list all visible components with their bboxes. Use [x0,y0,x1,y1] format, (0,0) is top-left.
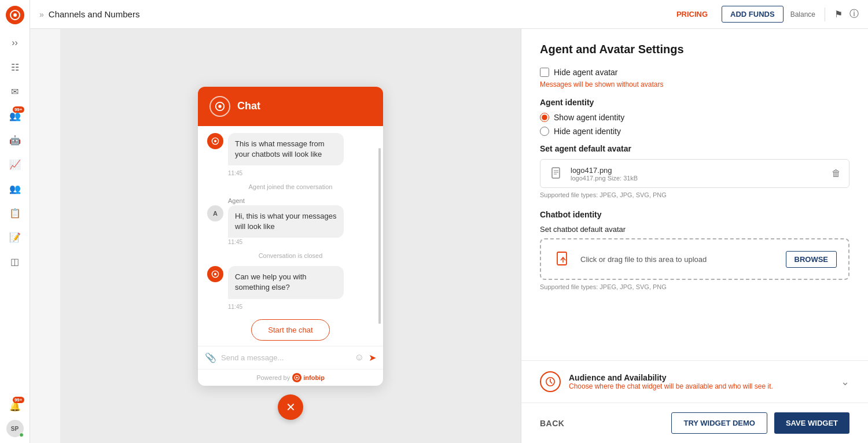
svg-rect-10 [552,168,560,178]
msg-time-1: 11:45 [228,170,374,176]
chat-header: Chat [198,87,383,126]
upload-file-icon [553,249,573,270]
sidebar-item-bots[interactable]: 🤖 [5,130,25,150]
sidebar-item-settings[interactable]: ◫ [5,251,25,272]
hide-avatar-label[interactable]: Hide agent avatar [554,68,618,77]
audience-text: Audience and Availability Choose where t… [569,373,833,390]
chatbot-identity-label: Chatbot identity [540,210,849,219]
bot-avatar [207,133,223,149]
svg-point-3 [218,105,221,108]
topnav-actions: PRICING ADD FUNDS Balance ⚑ ⓘ [670,6,859,23]
nav-divider [825,8,825,21]
sidebar-item-analytics[interactable]: 📈 [5,154,25,175]
bot-cta-message: Can we help you with something else? [207,266,374,298]
show-identity-label[interactable]: Show agent identity [554,113,624,122]
chat-footer: Powered by infobip [198,369,383,386]
back-button[interactable]: BACK [540,419,564,428]
agent-avatar-box: logo417.png logo417.png Size: 31kB 🗑 [540,159,849,188]
agent-row: A Hi, this is what your messages will lo… [207,205,374,238]
agent-identity-label: Agent identity [540,98,849,107]
user-avatar[interactable]: SP [6,420,24,437]
start-chat-button[interactable]: Start the chat [251,319,329,341]
sidebar-item-expand[interactable]: ›› [5,32,25,53]
svg-point-1 [13,13,17,17]
chat-title: Chat [237,100,260,112]
save-widget-button[interactable]: SAVE WIDGET [774,412,849,434]
logo-button[interactable] [6,6,24,24]
balance-label: Balance [790,10,815,19]
scroll-bar [378,148,381,324]
sidebar-item-team[interactable]: 👥 [5,178,25,199]
sidebar-item-dashboard[interactable]: ☷ [5,57,25,77]
message-input[interactable]: Send a message... [221,353,350,362]
svg-point-9 [296,376,298,378]
hide-avatar-checkbox[interactable] [540,68,549,77]
main-content: Chat This is what message from your chat… [60,29,868,443]
agent-avatar-section-label: Set agent default avatar [540,144,849,153]
browse-button[interactable]: BROWSE [786,251,837,268]
chatbot-upload-box[interactable]: Click or drag file to this area to uploa… [540,238,849,280]
show-identity-radio[interactable] [540,113,549,122]
supported-types-1: Supported file types: JPEG, JPG, SVG, PN… [540,191,849,198]
online-indicator [19,433,24,437]
show-identity-row: Show agent identity [540,113,849,122]
delete-file-button[interactable]: 🗑 [832,168,841,179]
chevron-down-icon: ⌄ [841,375,849,388]
audience-section[interactable]: Audience and Availability Choose where t… [521,360,868,403]
attachment-icon[interactable]: 📎 [205,352,216,363]
breadcrumb-chevron[interactable]: » [39,10,44,19]
chat-header-icon [209,96,230,117]
file-doc-icon [549,165,565,182]
upload-text: Click or drag file to this area to uploa… [580,255,779,264]
system-msg-1: Agent joined the conversation [207,183,374,190]
clock-icon [540,371,561,392]
audience-desc: Choose where the chat widget will be ava… [569,382,833,390]
sidebar-item-contacts[interactable]: 👥 99+ [5,105,25,126]
try-demo-button[interactable]: TRY WIDGET DEMO [671,412,767,434]
file-info: logo417.png logo417.png Size: 31kB [549,165,638,182]
infobip-logo: infobip [292,373,325,382]
send-icon[interactable]: ➤ [369,352,376,363]
infobip-dot-icon [292,373,301,382]
help-icon[interactable]: ⓘ [849,8,859,20]
svg-point-5 [214,139,216,142]
sidebar-item-notifications[interactable]: 🔔 99+ [5,396,25,416]
hide-identity-label[interactable]: Hide agent identity [554,127,621,136]
msg-time-2: 11:45 [228,239,374,245]
chat-messages: This is what message from your chatbots … [198,126,383,346]
bot-message-1: This is what message from your chatbots … [207,133,374,165]
supported-types-2: Supported file types: JPEG, JPG, SVG, PN… [540,283,849,290]
agent-message-1: Agent A Hi, this is what your messages w… [207,197,374,245]
msg-time-3: 11:45 [228,304,374,310]
pricing-button[interactable]: PRICING [670,6,715,22]
agent-bubble-1: Hi, this is what your messages will look… [228,205,344,238]
emoji-icon[interactable]: ☺ [355,352,364,363]
hide-identity-row: Hide agent identity [540,127,849,136]
page-title: Channels and Numbers [49,9,670,19]
agent-avatar: A [207,205,223,221]
flag-icon[interactable]: ⚑ [834,9,843,20]
sidebar-item-inbox[interactable]: ✉ [5,81,25,102]
settings-footer: BACK TRY WIDGET DEMO SAVE WIDGET [521,403,868,443]
bot-cta-bubble: Can we help you with something else? [228,266,344,298]
svg-point-7 [214,273,216,275]
preview-area: Chat This is what message from your chat… [60,29,521,443]
agent-label: Agent [228,197,374,204]
chat-widget: Chat This is what message from your chat… [198,87,383,386]
footer-actions: TRY WIDGET DEMO SAVE WIDGET [671,412,849,434]
close-chat-button[interactable]: ✕ [278,394,303,420]
sidebar: ›› ☷ ✉ 👥 99+ 🤖 📈 👥 📋 📝 ◫ 🔔 99+ SP [0,0,30,443]
settings-panel: Agent and Avatar Settings Hide agent ava… [521,29,868,443]
file-size: logo417.png Size: 31kB [571,175,638,182]
hide-avatar-row: Hide agent avatar [540,68,849,77]
add-funds-button[interactable]: ADD FUNDS [722,6,784,23]
bot-avatar-2 [207,266,223,282]
settings-content: Agent and Avatar Settings Hide agent ava… [521,29,868,360]
bot-bubble-1: This is what message from your chatbots … [228,133,344,165]
sidebar-item-audit[interactable]: 📝 [5,227,25,248]
chat-input-area: 📎 Send a message... ☺ ➤ [198,346,383,369]
hide-identity-radio[interactable] [540,127,549,136]
audience-title: Audience and Availability [569,373,833,382]
hide-avatar-helper: Messages will be shown without avatars [540,80,849,88]
sidebar-item-reports[interactable]: 📋 [5,202,25,223]
